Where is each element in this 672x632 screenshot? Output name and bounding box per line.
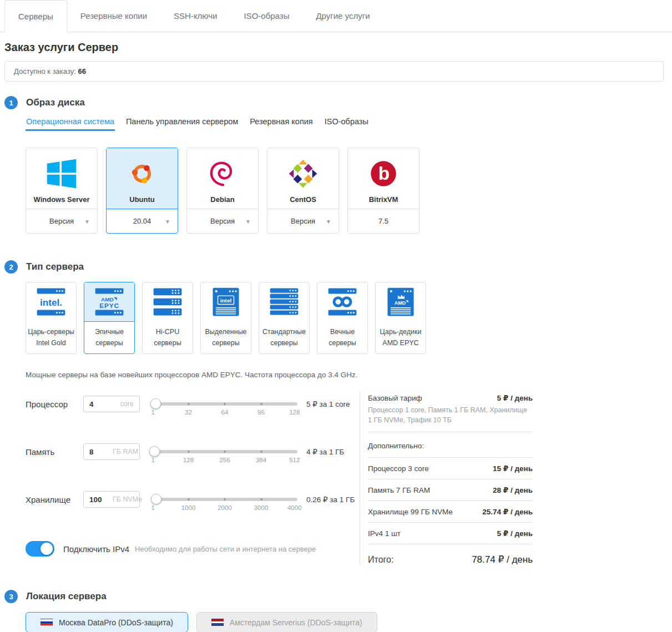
total-label: Итого:	[368, 555, 393, 565]
ram-label: Память	[26, 447, 83, 457]
ipv4-toggle-label: Подключить IPv4	[63, 544, 129, 554]
os-card-windows[interactable]: Windows Server Версия ▼	[26, 148, 98, 234]
svg-text:intel: intel	[220, 297, 232, 304]
subtab-operating-system[interactable]: Операционная система	[26, 117, 115, 131]
base-tariff-price: 5 ₽ / день	[497, 393, 533, 402]
tab-iso-images[interactable]: ISO-образы	[230, 0, 302, 32]
ram-slider-track[interactable]	[152, 450, 297, 453]
ram-unit: ГБ RAM	[113, 448, 138, 456]
centos-version-dropdown[interactable]: Версия ▼	[267, 209, 338, 233]
server-type-tsar-intel[interactable]: intel. Царь-серверы Intel Gold	[26, 282, 77, 354]
price-item-label: Хранилище 99 ГБ NVMe	[368, 508, 453, 516]
tab-backups[interactable]: Резервные копии	[67, 0, 160, 32]
subtab-backup[interactable]: Резервная копия	[249, 117, 313, 131]
ram-value-field[interactable]	[89, 448, 113, 456]
tab-ssh-keys[interactable]: SSH-ключи	[160, 0, 230, 32]
card-label: серверы	[212, 338, 240, 348]
debian-version-dropdown[interactable]: Версия ▼	[187, 209, 258, 233]
netherlands-flag	[211, 619, 224, 626]
total-row: Итого: 78.74 ₽ / день	[368, 544, 533, 565]
card-label: Царь-дедики	[380, 327, 422, 337]
ubuntu-icon	[125, 156, 159, 191]
cpu-label: Процессор	[26, 400, 83, 409]
step-3-badge: 3	[4, 590, 18, 603]
server-rack-icon	[259, 282, 309, 322]
ram-input[interactable]: ГБ RAM	[83, 443, 140, 460]
location-options-row: Москва DataPro (DDoS-защита) Амстердам S…	[26, 612, 672, 632]
tab-other-services[interactable]: Другие услуги	[302, 0, 383, 32]
card-label: Intel Gold	[36, 338, 66, 348]
tab-servers[interactable]: Серверы	[4, 0, 67, 32]
location-label: Москва DataPro (DDoS-защита)	[59, 618, 173, 627]
cpu-slider-handle[interactable]	[150, 398, 161, 409]
svg-text:intel.: intel.	[40, 297, 62, 308]
card-label: Вечные	[330, 327, 355, 337]
card-label: серверы	[154, 338, 181, 348]
server-type-hi-cpu[interactable]: Hi-CPU серверы	[142, 282, 193, 354]
ram-slider-handle[interactable]	[149, 446, 160, 457]
intel-box-icon: intel	[201, 282, 251, 322]
cpu-value-field[interactable]	[89, 400, 113, 408]
os-card-debian[interactable]: Debian Версия ▼	[186, 148, 259, 234]
os-card-ubuntu[interactable]: Ubuntu 20.04 ▼	[106, 148, 178, 234]
total-price: 78.74 ₽ / день	[472, 554, 533, 565]
configurator: Процессор core 1 32 64 96 128 5 ₽ за 1 c…	[26, 391, 672, 565]
storage-slider-handle[interactable]	[151, 494, 161, 504]
price-item-label: IPv4 1 шт	[368, 529, 401, 538]
sliders-column: Процессор core 1 32 64 96 128 5 ₽ за 1 c…	[26, 391, 360, 565]
storage-price-per-unit: 0.26 ₽ за 1 ГБ	[306, 495, 360, 504]
os-card-centos[interactable]: CentOS Версия ▼	[267, 148, 339, 234]
cpu-slider-row: Процессор core 1 32 64 96 128 5 ₽ за 1 c…	[26, 396, 360, 412]
server-type-dedicated[interactable]: intel Выделенные серверы	[200, 282, 251, 354]
ipv4-toggle-hint: Необходимо для работы сети и интернета н…	[135, 545, 316, 553]
infinity-server-icon	[317, 282, 367, 322]
chevron-down-icon: ▼	[245, 218, 251, 224]
server-type-standard[interactable]: Стандартные серверы	[259, 282, 310, 354]
chevron-down-icon: ▼	[165, 218, 170, 224]
price-item-storage: Хранилище 99 ГБ NVMe 25.74 ₽ / день	[368, 501, 533, 523]
location-amsterdam-button[interactable]: Амстердам Serverius (DDoS-защита)	[196, 612, 377, 632]
price-item-ram: Память 7 ГБ RAM 28 ₽ / день	[368, 479, 533, 501]
os-card-bitrixvm[interactable]: b BitrixVM 7.5	[347, 148, 420, 234]
cpu-input[interactable]: core	[83, 396, 140, 412]
ipv4-toggle[interactable]	[26, 541, 54, 557]
storage-slider-track[interactable]	[152, 498, 297, 501]
card-label: Эпичные	[95, 327, 124, 337]
svg-text:AMD: AMD	[395, 300, 406, 306]
location-section-header: 3 Локация сервера	[4, 590, 672, 603]
card-label: Царь-серверы	[28, 327, 74, 337]
disk-image-subtabs: Операционная система Панель управления с…	[26, 117, 672, 131]
price-item-label: Процессор 3 core	[368, 464, 429, 473]
ram-slider: 1 128 256 384 512	[152, 443, 297, 460]
storage-value-field[interactable]	[89, 496, 113, 504]
server-type-eternal[interactable]: Вечные серверы	[317, 282, 368, 354]
server-type-tsar-amd[interactable]: AMD Царь-дедики AMD EPYC	[375, 282, 426, 354]
server-type-section-header: 2 Тип сервера	[4, 260, 672, 274]
subtab-control-panel[interactable]: Панель управления сервером	[125, 117, 239, 131]
disk-image-title: Образ диска	[26, 97, 85, 108]
cpu-slider-track[interactable]	[152, 402, 297, 406]
card-label: серверы	[95, 338, 123, 348]
debian-icon	[205, 156, 240, 191]
step-2-badge: 2	[4, 260, 18, 274]
cpu-slider: 1 32 64 96 128	[152, 396, 297, 412]
additional-label: Дополнительно:	[368, 432, 533, 458]
server-type-title: Тип сервера	[26, 261, 84, 272]
location-title: Локация сервера	[26, 591, 107, 602]
price-item-ipv4: IPv4 1 шт 5 ₽ / день	[368, 523, 533, 544]
card-label: серверы	[270, 338, 298, 348]
card-label: Hi-CPU	[156, 327, 179, 337]
svg-text:b: b	[378, 163, 390, 184]
location-moscow-button[interactable]: Москва DataPro (DDoS-защита)	[26, 612, 188, 632]
availability-box: Доступно к заказу: 66	[4, 61, 664, 82]
ubuntu-version-dropdown[interactable]: 20.04 ▼	[107, 209, 178, 233]
bitrix-icon: b	[366, 156, 401, 191]
cpu-unit: core	[120, 400, 134, 408]
server-stack-icon	[143, 282, 193, 322]
subtab-iso[interactable]: ISO-образы	[324, 117, 369, 131]
base-tariff-label: Базовый тариф	[368, 394, 422, 402]
amd-crown-icon: AMD	[376, 282, 426, 322]
windows-version-dropdown[interactable]: Версия ▼	[26, 209, 97, 233]
server-type-epic[interactable]: AMD EPYC Эпичные серверы	[84, 282, 135, 354]
storage-input[interactable]: ГБ NVMe	[83, 491, 140, 508]
